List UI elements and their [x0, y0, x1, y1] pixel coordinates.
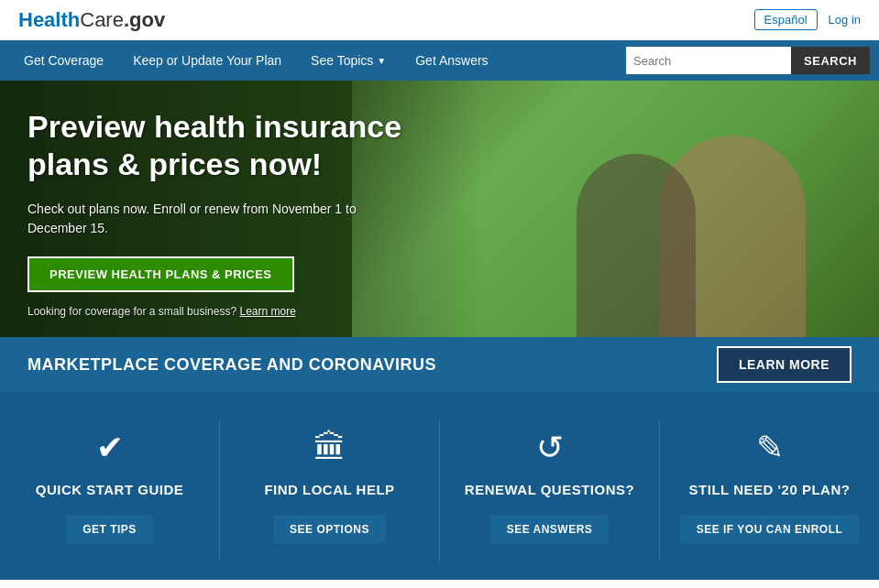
coronavirus-banner: MARKETPLACE COVERAGE AND CORONAVIRUS LEA… [0, 337, 879, 392]
main-nav: Get Coverage Keep or Update Your Plan Se… [0, 40, 879, 81]
hero-section: Preview health insurance plans & prices … [0, 81, 879, 337]
nav-see-topics[interactable]: See Topics ▼ [296, 40, 401, 81]
building-icon: 🏛 [313, 429, 346, 467]
card-btn-2[interactable]: SEE ANSWERS [490, 516, 610, 543]
edit-icon: ✎ [756, 429, 784, 467]
login-link[interactable]: Log in [829, 13, 861, 27]
card-title-0: QUICK START GUIDE [36, 482, 184, 497]
nav-keep-update[interactable]: Keep or Update Your Plan [118, 40, 296, 81]
hero-content: Preview health insurance plans & prices … [0, 81, 440, 337]
preview-plans-button[interactable]: PREVIEW HEALTH PLANS & PRICES [27, 256, 294, 292]
card-title-1: FIND LOCAL HELP [264, 482, 394, 497]
card-btn-3[interactable]: SEE IF YOU CAN ENROLL [680, 516, 860, 543]
logo-gov: .gov [124, 8, 165, 31]
card-title-2: RENEWAL QUESTIONS? [465, 482, 634, 497]
check-circle-icon: ✔ [96, 429, 124, 467]
card-title-3: STILL NEED '20 PLAN? [689, 482, 851, 497]
card-btn-0[interactable]: GET TIPS [66, 516, 153, 543]
hero-subtitle: Check out plans now. Enroll or renew fro… [27, 200, 412, 238]
nav-get-coverage[interactable]: Get Coverage [9, 40, 118, 81]
small-business-text: Looking for coverage for a small busines… [27, 305, 412, 318]
small-business-label: Looking for coverage for a small busines… [27, 305, 236, 318]
learn-more-small-link[interactable]: Learn more [239, 305, 295, 318]
quick-start-guide-card: ✔ QUICK START GUIDE GET TIPS [0, 419, 220, 561]
card-btn-1[interactable]: SEE OPTIONS [273, 516, 386, 543]
still-need-plan-card: ✎ STILL NEED '20 PLAN? SEE IF YOU CAN EN… [660, 419, 879, 561]
search-button[interactable]: SEARCH [791, 47, 870, 74]
renewal-icon: ↺ [536, 429, 564, 467]
logo: HealthCare.gov [18, 8, 165, 32]
see-topics-dropdown-icon: ▼ [377, 56, 386, 66]
top-header: HealthCare.gov Español Log in [0, 0, 879, 40]
coronavirus-banner-title: MARKETPLACE COVERAGE AND CORONAVIRUS [27, 355, 436, 375]
nav-get-answers[interactable]: Get Answers [401, 40, 502, 81]
logo-care: Care [80, 8, 124, 31]
top-header-links: Español Log in [754, 9, 861, 30]
nav-links: Get Coverage Keep or Update Your Plan Se… [9, 40, 626, 81]
nav-see-topics-label: See Topics [311, 53, 373, 68]
hero-title: Preview health insurance plans & prices … [27, 108, 412, 183]
find-local-help-card: 🏛 FIND LOCAL HELP SEE OPTIONS [220, 419, 440, 561]
coronavirus-learn-more-button[interactable]: LEARN MORE [717, 346, 852, 383]
logo-health: Health [18, 8, 80, 31]
renewal-questions-card: ↺ RENEWAL QUESTIONS? SEE ANSWERS [440, 419, 660, 561]
espanol-link[interactable]: Español [754, 9, 818, 30]
search-area: SEARCH [626, 47, 870, 74]
search-input[interactable] [626, 47, 791, 74]
cards-section: ✔ QUICK START GUIDE GET TIPS 🏛 FIND LOCA… [0, 392, 879, 580]
